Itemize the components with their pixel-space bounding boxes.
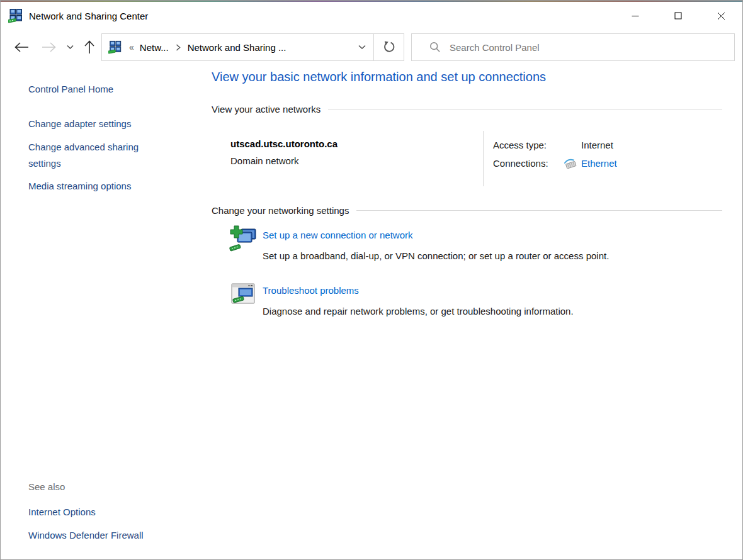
close-icon [717,12,725,20]
search-input[interactable] [450,42,729,53]
access-type-row: Access type: Internet [493,138,722,151]
chevron-down-icon [358,45,366,50]
active-network-panel: utscad.utsc.utoronto.ca Domain network A… [212,131,722,186]
maximize-icon [674,12,682,20]
task-troubleshoot-problems: Troubleshoot problems Diagnose and repai… [212,280,722,324]
access-type-label: Access type: [493,140,564,150]
close-button[interactable] [700,2,742,30]
refresh-icon [383,41,395,53]
address-dropdown-button[interactable] [358,45,366,50]
breadcrumb-separator-icon[interactable] [176,44,181,51]
maximize-button[interactable] [657,2,700,30]
forward-button[interactable] [41,42,57,53]
breadcrumb-current[interactable]: Network and Sharing ... [185,42,289,53]
minimize-button[interactable] [614,2,657,30]
see-also-item-internet-options[interactable]: Internet Options [28,504,96,520]
search-icon [429,42,441,53]
minimize-icon [632,12,639,20]
connections-label: Connections: [493,158,564,169]
window-controls [614,2,742,30]
sidebar-item-media-streaming-options[interactable]: Media streaming options [28,178,131,194]
recent-pages-dropdown[interactable] [65,45,75,50]
active-networks-section-header: View your active networks [212,104,722,115]
network-location-icon [108,40,122,54]
sidebar-item-change-adapter-settings[interactable]: Change adapter settings [28,116,131,132]
forward-arrow-icon [42,42,57,53]
networking-settings-section-header: Change your networking settings [212,205,722,216]
ethernet-icon [564,158,579,169]
section-rule [356,210,722,211]
network-app-icon [8,8,23,23]
network-type: Domain network [230,155,483,166]
title-bar: Network and Sharing Center [1,2,742,30]
up-arrow-icon [84,40,95,54]
section-rule [328,109,722,109]
sidebar-item-change-advanced-sharing-settings[interactable]: Change advanced sharing settings [28,139,166,172]
navigation-bar: « Netw... Network and Sharing ... [1,31,742,64]
main-content: View your basic network information and … [212,64,722,560]
networking-settings-section-title: Change your networking settings [212,205,349,216]
network-name: utscad.utsc.utoronto.ca [230,138,483,149]
ethernet-connection-link[interactable]: Ethernet [581,158,617,169]
active-networks-section-title: View your active networks [212,104,320,115]
see-also-item-windows-defender-firewall[interactable]: Windows Defender Firewall [28,527,144,544]
troubleshoot-problems-description: Diagnose and repair network problems, or… [263,306,574,316]
back-arrow-icon [14,42,29,53]
set-up-new-connection-link[interactable]: Set up a new connection or network [263,230,412,240]
search-bar [411,33,735,61]
page-title: View your basic network information and … [212,70,546,84]
set-up-new-connection-description: Set up a broadband, dial-up, or VPN conn… [263,250,609,261]
breadcrumb-overflow-chevron[interactable]: « [129,42,134,52]
address-bar: « Netw... Network and Sharing ... [101,33,404,61]
breadcrumb: « Netw... Network and Sharing ... [102,34,373,60]
refresh-button[interactable] [373,34,404,60]
new-connection-icon [229,225,257,252]
active-network-identity: utscad.utsc.utoronto.ca Domain network [212,131,483,186]
breadcrumb-parent[interactable]: Netw... [137,42,171,53]
troubleshoot-icon [229,280,257,308]
connections-row: Connections: [493,157,722,169]
sidebar-item-control-panel-home[interactable]: Control Panel Home [28,81,113,98]
troubleshoot-problems-link[interactable]: Troubleshoot problems [263,285,359,296]
up-button[interactable] [81,40,98,54]
see-also-header: See also [28,481,65,492]
active-network-details: Access type: Internet Connections: [484,131,722,186]
network-and-sharing-center-window: Network and Sharing Center [0,0,743,560]
back-button[interactable] [13,42,30,53]
chevron-down-icon [67,45,74,50]
access-type-value: Internet [581,140,613,150]
task-set-up-new-connection: Set up a new connection or network Set u… [212,225,722,269]
window-title: Network and Sharing Center [29,11,148,21]
